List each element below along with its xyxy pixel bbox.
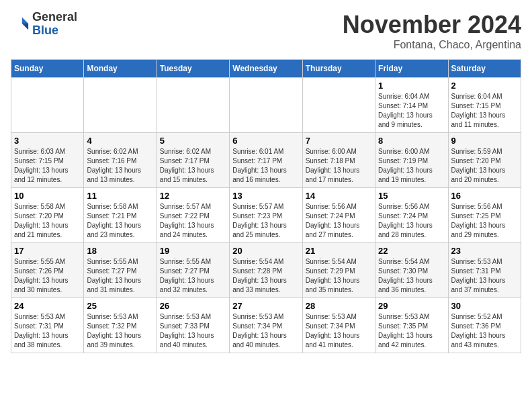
calendar-cell: 27Sunrise: 5:53 AM Sunset: 7:34 PM Dayli… [230, 298, 302, 353]
day-detail: Sunrise: 5:56 AM Sunset: 7:24 PM Dayligh… [306, 202, 372, 240]
day-detail: Sunrise: 5:54 AM Sunset: 7:30 PM Dayligh… [378, 257, 445, 295]
calendar-cell [84, 78, 157, 133]
calendar-cell: 19Sunrise: 5:55 AM Sunset: 7:27 PM Dayli… [157, 243, 229, 298]
weekday-header-friday: Friday [375, 60, 448, 78]
day-detail: Sunrise: 5:56 AM Sunset: 7:25 PM Dayligh… [451, 202, 518, 240]
day-detail: Sunrise: 5:53 AM Sunset: 7:31 PM Dayligh… [451, 257, 518, 295]
day-detail: Sunrise: 5:53 AM Sunset: 7:32 PM Dayligh… [87, 312, 153, 350]
calendar-cell: 3Sunrise: 6:03 AM Sunset: 7:15 PM Daylig… [11, 133, 84, 188]
weekday-header-monday: Monday [84, 60, 157, 78]
day-detail: Sunrise: 5:58 AM Sunset: 7:20 PM Dayligh… [14, 202, 81, 240]
calendar-cell: 16Sunrise: 5:56 AM Sunset: 7:25 PM Dayli… [448, 188, 521, 243]
calendar-cell: 22Sunrise: 5:54 AM Sunset: 7:30 PM Dayli… [375, 243, 448, 298]
day-number: 21 [306, 246, 372, 256]
calendar-cell [11, 78, 84, 133]
day-detail: Sunrise: 5:56 AM Sunset: 7:24 PM Dayligh… [378, 202, 445, 240]
calendar-table: SundayMondayTuesdayWednesdayThursdayFrid… [11, 59, 521, 353]
calendar-subtitle: Fontana, Chaco, Argentina [343, 39, 521, 51]
day-number: 27 [232, 301, 299, 311]
day-detail: Sunrise: 5:55 AM Sunset: 7:27 PM Dayligh… [87, 257, 153, 295]
day-number: 26 [160, 301, 226, 311]
calendar-cell: 8Sunrise: 6:00 AM Sunset: 7:19 PM Daylig… [375, 133, 448, 188]
svg-marker-0 [22, 17, 28, 24]
week-row-2: 10Sunrise: 5:58 AM Sunset: 7:20 PM Dayli… [11, 188, 521, 243]
calendar-cell: 17Sunrise: 5:55 AM Sunset: 7:26 PM Dayli… [11, 243, 84, 298]
day-number: 2 [451, 81, 518, 91]
day-number: 10 [14, 191, 81, 201]
calendar-cell: 23Sunrise: 5:53 AM Sunset: 7:31 PM Dayli… [448, 243, 521, 298]
day-number: 13 [232, 191, 299, 201]
weekday-header-tuesday: Tuesday [157, 60, 229, 78]
calendar-cell: 14Sunrise: 5:56 AM Sunset: 7:24 PM Dayli… [302, 188, 375, 243]
day-number: 8 [378, 136, 445, 146]
logo: General Blue [11, 11, 77, 38]
day-detail: Sunrise: 5:53 AM Sunset: 7:31 PM Dayligh… [14, 312, 81, 350]
day-number: 9 [451, 136, 518, 146]
calendar-cell: 6Sunrise: 6:01 AM Sunset: 7:17 PM Daylig… [230, 133, 302, 188]
calendar-cell: 9Sunrise: 5:59 AM Sunset: 7:20 PM Daylig… [448, 133, 521, 188]
day-detail: Sunrise: 5:55 AM Sunset: 7:27 PM Dayligh… [160, 257, 226, 295]
calendar-cell: 20Sunrise: 5:54 AM Sunset: 7:28 PM Dayli… [230, 243, 302, 298]
logo-icon [11, 15, 30, 34]
calendar-cell: 13Sunrise: 5:57 AM Sunset: 7:23 PM Dayli… [230, 188, 302, 243]
day-detail: Sunrise: 6:00 AM Sunset: 7:19 PM Dayligh… [378, 147, 445, 185]
day-number: 11 [87, 191, 153, 201]
day-number: 3 [14, 136, 81, 146]
weekday-header-sunday: Sunday [11, 60, 84, 78]
day-detail: Sunrise: 5:57 AM Sunset: 7:23 PM Dayligh… [232, 202, 299, 240]
day-detail: Sunrise: 6:01 AM Sunset: 7:17 PM Dayligh… [232, 147, 299, 185]
day-detail: Sunrise: 5:58 AM Sunset: 7:21 PM Dayligh… [87, 202, 153, 240]
week-row-4: 24Sunrise: 5:53 AM Sunset: 7:31 PM Dayli… [11, 298, 521, 353]
calendar-cell: 5Sunrise: 6:02 AM Sunset: 7:17 PM Daylig… [157, 133, 229, 188]
day-number: 19 [160, 246, 226, 256]
day-number: 18 [87, 246, 153, 256]
day-detail: Sunrise: 5:55 AM Sunset: 7:26 PM Dayligh… [14, 257, 81, 295]
day-number: 23 [451, 246, 518, 256]
day-detail: Sunrise: 5:53 AM Sunset: 7:33 PM Dayligh… [160, 312, 226, 350]
calendar-cell: 26Sunrise: 5:53 AM Sunset: 7:33 PM Dayli… [157, 298, 229, 353]
day-detail: Sunrise: 5:53 AM Sunset: 7:35 PM Dayligh… [378, 312, 445, 350]
day-number: 15 [378, 191, 445, 201]
day-number: 30 [451, 301, 518, 311]
calendar-cell: 29Sunrise: 5:53 AM Sunset: 7:35 PM Dayli… [375, 298, 448, 353]
day-number: 5 [160, 136, 226, 146]
day-number: 1 [378, 81, 445, 91]
calendar-cell: 10Sunrise: 5:58 AM Sunset: 7:20 PM Dayli… [11, 188, 84, 243]
calendar-cell [230, 78, 302, 133]
calendar-title: November 2024 [343, 11, 521, 39]
calendar-cell: 24Sunrise: 5:53 AM Sunset: 7:31 PM Dayli… [11, 298, 84, 353]
day-number: 6 [232, 136, 299, 146]
title-area: November 2024 Fontana, Chaco, Argentina [343, 11, 521, 51]
calendar-cell: 4Sunrise: 6:02 AM Sunset: 7:16 PM Daylig… [84, 133, 157, 188]
day-detail: Sunrise: 5:53 AM Sunset: 7:34 PM Dayligh… [232, 312, 299, 350]
week-row-3: 17Sunrise: 5:55 AM Sunset: 7:26 PM Dayli… [11, 243, 521, 298]
calendar-cell: 2Sunrise: 6:04 AM Sunset: 7:15 PM Daylig… [448, 78, 521, 133]
day-number: 16 [451, 191, 518, 201]
calendar-cell [157, 78, 229, 133]
day-number: 20 [232, 246, 299, 256]
week-row-1: 3Sunrise: 6:03 AM Sunset: 7:15 PM Daylig… [11, 133, 521, 188]
day-detail: Sunrise: 5:52 AM Sunset: 7:36 PM Dayligh… [451, 312, 518, 350]
weekday-header-wednesday: Wednesday [230, 60, 302, 78]
day-number: 22 [378, 246, 445, 256]
weekday-header-saturday: Saturday [448, 60, 521, 78]
calendar-cell: 18Sunrise: 5:55 AM Sunset: 7:27 PM Dayli… [84, 243, 157, 298]
week-row-0: 1Sunrise: 6:04 AM Sunset: 7:14 PM Daylig… [11, 78, 521, 133]
day-number: 7 [306, 136, 372, 146]
weekday-header-thursday: Thursday [302, 60, 375, 78]
calendar-cell [302, 78, 375, 133]
day-number: 24 [14, 301, 81, 311]
calendar-cell: 21Sunrise: 5:54 AM Sunset: 7:29 PM Dayli… [302, 243, 375, 298]
logo-text: General Blue [32, 11, 77, 38]
day-detail: Sunrise: 6:04 AM Sunset: 7:15 PM Dayligh… [451, 92, 518, 130]
day-number: 29 [378, 301, 445, 311]
calendar-cell: 11Sunrise: 5:58 AM Sunset: 7:21 PM Dayli… [84, 188, 157, 243]
day-number: 25 [87, 301, 153, 311]
calendar-cell: 30Sunrise: 5:52 AM Sunset: 7:36 PM Dayli… [448, 298, 521, 353]
calendar-cell: 15Sunrise: 5:56 AM Sunset: 7:24 PM Dayli… [375, 188, 448, 243]
day-number: 12 [160, 191, 226, 201]
calendar-cell: 1Sunrise: 6:04 AM Sunset: 7:14 PM Daylig… [375, 78, 448, 133]
day-detail: Sunrise: 6:02 AM Sunset: 7:16 PM Dayligh… [87, 147, 153, 185]
day-number: 4 [87, 136, 153, 146]
day-detail: Sunrise: 5:57 AM Sunset: 7:22 PM Dayligh… [160, 202, 226, 240]
